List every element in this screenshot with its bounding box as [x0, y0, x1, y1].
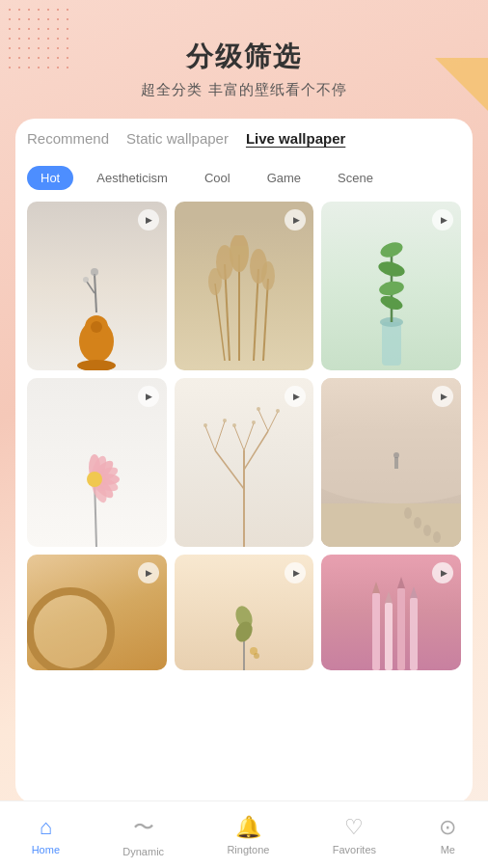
svg-marker-72	[397, 577, 405, 588]
svg-line-37	[244, 431, 268, 470]
svg-rect-66	[372, 593, 380, 670]
dynamic-icon: 〜	[133, 813, 154, 842]
wallpaper-item-8[interactable]	[175, 555, 314, 670]
svg-point-2	[77, 360, 116, 370]
svg-marker-71	[385, 591, 393, 603]
svg-line-40	[268, 412, 278, 431]
svg-point-53	[404, 507, 412, 519]
svg-point-65	[254, 653, 259, 659]
svg-line-12	[215, 284, 225, 361]
svg-point-55	[423, 525, 431, 536]
svg-line-11	[263, 279, 268, 361]
svg-point-51	[321, 426, 461, 503]
tab-row: Recommend Static wallpaper Live wallpape…	[27, 130, 461, 156]
svg-line-4	[95, 274, 96, 312]
svg-point-46	[276, 409, 280, 413]
nav-home-label: Home	[32, 844, 60, 855]
svg-line-39	[215, 421, 225, 450]
play-icon-7	[138, 562, 159, 583]
favorites-icon: ♡	[344, 815, 364, 840]
svg-point-47	[257, 407, 260, 411]
tab-recommend[interactable]: Recommend	[27, 130, 109, 147]
svg-line-43	[244, 423, 254, 450]
dots-decoration	[0, 0, 77, 77]
page-subtitle: 超全分类 丰富的壁纸看个不停	[0, 81, 488, 99]
me-icon: ⊙	[439, 815, 456, 840]
wallpaper-item-6[interactable]	[321, 378, 461, 547]
nav-me[interactable]: ⊙ Me	[439, 815, 456, 855]
nav-me-label: Me	[441, 844, 455, 855]
play-icon-3	[432, 209, 453, 231]
nav-favorites-label: Favorites	[333, 844, 376, 855]
wallpaper-item-9[interactable]	[321, 555, 461, 670]
svg-point-49	[252, 420, 256, 424]
nav-ringtone[interactable]: 🔔 Ringtone	[227, 815, 269, 855]
pill-scene[interactable]: Scene	[324, 166, 387, 190]
nav-dynamic[interactable]: 〜 Dynamic	[122, 813, 164, 857]
svg-rect-69	[410, 598, 418, 670]
nav-favorites[interactable]: ♡ Favorites	[333, 815, 376, 855]
nav-dynamic-label: Dynamic	[122, 846, 164, 857]
triangle-decoration	[435, 58, 488, 111]
main-card: Recommend Static wallpaper Live wallpape…	[15, 119, 473, 803]
svg-line-6	[87, 282, 95, 293]
pill-aestheticism[interactable]: Aestheticism	[83, 166, 181, 190]
svg-rect-67	[385, 603, 393, 670]
nav-ringtone-label: Ringtone	[227, 844, 269, 855]
wallpaper-grid	[27, 202, 461, 670]
svg-marker-70	[372, 582, 380, 593]
svg-point-56	[433, 531, 441, 543]
svg-rect-68	[397, 588, 405, 670]
pill-game[interactable]: Game	[254, 166, 314, 190]
svg-point-23	[378, 280, 405, 297]
wallpaper-item-2[interactable]	[175, 202, 314, 370]
svg-point-44	[203, 423, 207, 427]
svg-line-36	[215, 450, 244, 489]
bottom-nav: ⌂ Home 〜 Dynamic 🔔 Ringtone ♡ Favorites …	[0, 800, 488, 868]
svg-rect-18	[382, 322, 401, 366]
svg-point-63	[232, 619, 256, 645]
svg-point-34	[87, 472, 102, 487]
wallpaper-item-1[interactable]	[27, 202, 167, 370]
pill-hot[interactable]: Hot	[27, 166, 73, 190]
play-icon-1	[138, 209, 159, 231]
svg-line-38	[205, 426, 215, 450]
wallpaper-item-5[interactable]	[175, 378, 314, 547]
svg-line-42	[234, 426, 244, 450]
wallpaper-item-3[interactable]	[321, 202, 461, 370]
svg-point-7	[83, 277, 89, 283]
svg-line-41	[258, 410, 268, 431]
category-row: Hot Aestheticism Cool Game Scene	[27, 166, 461, 190]
home-icon: ⌂	[40, 815, 52, 840]
svg-point-54	[414, 517, 421, 529]
svg-marker-73	[410, 586, 418, 598]
pill-cool[interactable]: Cool	[191, 166, 244, 190]
wallpaper-item-7[interactable]	[27, 555, 167, 670]
svg-point-60	[34, 595, 107, 668]
svg-point-3	[91, 321, 102, 333]
svg-point-48	[232, 423, 236, 427]
ringtone-icon: 🔔	[235, 815, 261, 840]
svg-point-58	[393, 452, 399, 458]
wallpaper-item-4[interactable]	[27, 378, 167, 547]
play-icon-6	[432, 386, 453, 407]
svg-rect-57	[394, 457, 398, 469]
tab-static[interactable]: Static wallpaper	[126, 130, 229, 147]
tab-live[interactable]: Live wallpaper	[246, 130, 345, 147]
svg-point-45	[223, 419, 227, 422]
play-icon-4	[138, 386, 159, 407]
svg-point-17	[208, 268, 222, 295]
play-icon-9	[432, 562, 453, 583]
svg-point-5	[91, 268, 98, 276]
nav-home[interactable]: ⌂ Home	[32, 815, 60, 855]
svg-point-16	[261, 261, 275, 290]
